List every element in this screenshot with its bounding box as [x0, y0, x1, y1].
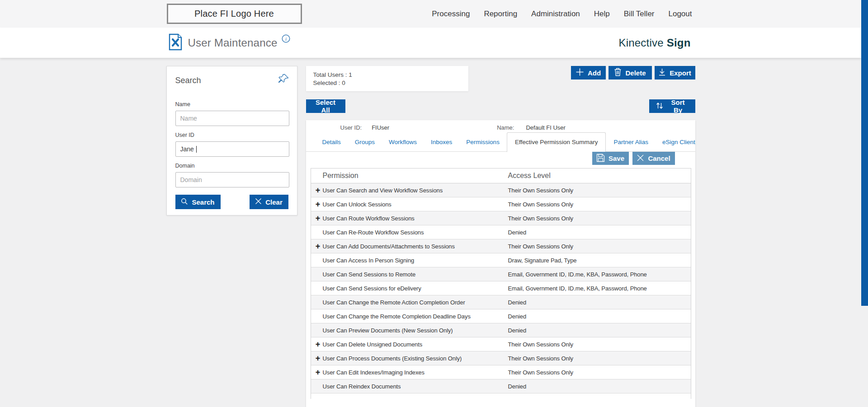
access-level-cell: Their Own Sessions Only	[508, 215, 691, 222]
cancel-button[interactable]: Cancel	[632, 152, 675, 165]
expand-plus-icon[interactable]: +	[311, 368, 323, 376]
top-bar: Place FI Logo Here ProcessingReportingAd…	[0, 0, 861, 28]
expand-plus-icon[interactable]: +	[311, 354, 323, 362]
access-level-cell: Their Own Sessions Only	[508, 243, 691, 250]
access-level-cell: Denied	[508, 229, 691, 236]
table-row: + User Can Unlock Sessions Their Own Ses…	[311, 197, 691, 211]
access-level-cell: Denied	[508, 383, 691, 390]
brand-primary: Kinective	[619, 37, 664, 49]
name-field-label: Name	[175, 101, 289, 108]
permission-cell: User Can Send Sessions to Remote	[323, 271, 508, 278]
nav-item-bill-teller[interactable]: Bill Teller	[624, 9, 655, 19]
sort-by-button[interactable]: Sort By	[649, 99, 695, 113]
tab-effective-permission-summary[interactable]: Effective Permission Summary	[507, 132, 606, 152]
tab-workflows[interactable]: Workflows	[389, 139, 417, 145]
permission-cell: User Can Search and View Workflow Sessio…	[323, 187, 508, 194]
tab-details[interactable]: Details	[322, 139, 341, 145]
fi-logo-placeholder: Place FI Logo Here	[167, 4, 302, 24]
permission-cell: User Can Re-Route Workflow Sessions	[323, 229, 508, 236]
permission-cell: User Can Send Sessions for eDelivery	[323, 285, 508, 292]
delete-user-button[interactable]: Delete	[609, 66, 652, 80]
access-level-cell: Denied	[508, 299, 691, 306]
domain-field-label: Domain	[175, 163, 289, 169]
nav-item-reporting[interactable]: Reporting	[484, 9, 517, 19]
domain-input[interactable]	[175, 172, 289, 187]
floppy-save-icon	[596, 154, 605, 164]
search-button[interactable]: Search	[175, 195, 221, 209]
access-level-cell: Email, Government ID, ID.me, KBA, Passwo…	[508, 271, 691, 278]
access-level-cell: Email, Government ID, ID.me, KBA, Passwo…	[508, 285, 691, 292]
close-icon	[255, 198, 262, 206]
permissions-table: Permission Access Level + User Can Searc…	[311, 168, 691, 399]
table-body: + User Can Search and View Workflow Sess…	[311, 183, 691, 393]
table-row: + User Can Edit Indexes/Imaging Indexes …	[311, 365, 691, 379]
permission-cell: User Can Process Documents (Existing Ses…	[323, 355, 508, 362]
column-header-permission: Permission	[323, 172, 508, 180]
expand-plus-icon[interactable]: +	[311, 242, 323, 250]
select-all-button[interactable]: Select All	[306, 99, 345, 113]
expand-plus-icon[interactable]: +	[311, 214, 323, 222]
pin-icon[interactable]	[277, 73, 290, 85]
table-row: User Can Change the Remote Action Comple…	[311, 295, 691, 309]
search-panel-title: Search	[175, 76, 289, 85]
user-id-input[interactable]	[175, 141, 289, 157]
svg-text:i: i	[285, 36, 287, 42]
app-window: Place FI Logo Here ProcessingReportingAd…	[0, 0, 861, 407]
clear-button[interactable]: Clear	[250, 195, 288, 209]
table-row: User Can Send Sessions to Remote Email, …	[311, 267, 691, 281]
user-id-value: FIUser	[372, 124, 389, 132]
table-row: User Can Change the Remote Completion De…	[311, 309, 691, 323]
nav-item-help[interactable]: Help	[594, 9, 610, 19]
name-input[interactable]	[175, 111, 289, 126]
nav-item-logout[interactable]: Logout	[669, 9, 692, 19]
text-cursor	[196, 146, 197, 153]
access-level-cell: Their Own Sessions Only	[508, 369, 691, 376]
fi-logo-text: Place FI Logo Here	[194, 9, 274, 19]
tab-groups[interactable]: Groups	[355, 139, 375, 145]
tab-esign-client[interactable]: eSign Client	[662, 139, 695, 145]
access-level-cell: Denied	[508, 327, 691, 334]
access-level-cell: Their Own Sessions Only	[508, 201, 691, 208]
brand-logo: Kinective Sign	[619, 28, 691, 58]
access-level-cell: Draw, Signature Pad, Type	[508, 257, 691, 264]
save-button[interactable]: Save	[592, 152, 629, 165]
tab-partner-alias[interactable]: Partner Alias	[613, 139, 648, 145]
total-users-count: Total Users : 1	[313, 71, 461, 78]
permission-cell: User Can Change the Remote Completion De…	[323, 313, 508, 320]
access-level-cell: Their Own Sessions Only	[508, 187, 691, 194]
trash-icon	[614, 68, 622, 78]
info-icon[interactable]: i	[282, 34, 290, 45]
user-meta-row: User ID: FIUser Name: Default FI User	[306, 120, 695, 132]
nav-item-processing[interactable]: Processing	[432, 9, 470, 19]
access-level-cell: Their Own Sessions Only	[508, 355, 691, 362]
table-row: + User Can Add Documents/Attachments to …	[311, 239, 691, 253]
permission-cell: User Can Change the Remote Action Comple…	[323, 299, 508, 306]
permission-cell: User Can Edit Indexes/Imaging Indexes	[323, 369, 508, 376]
permission-cell: User Can Preview Documents (New Session …	[323, 327, 508, 334]
expand-plus-icon[interactable]: +	[311, 340, 323, 348]
top-navigation: ProcessingReportingAdministrationHelpBil…	[432, 0, 692, 28]
tab-inboxes[interactable]: Inboxes	[431, 139, 452, 145]
export-button[interactable]: Export	[655, 66, 695, 80]
table-row: User Can Reindex Documents Denied	[311, 379, 691, 393]
table-row-partial	[311, 393, 691, 399]
table-row: User Can Access In Person Signing Draw, …	[311, 253, 691, 267]
add-user-button[interactable]: Add	[571, 66, 606, 80]
user-maintenance-icon	[169, 33, 182, 52]
table-row: User Can Re-Route Workflow Sessions Deni…	[311, 225, 691, 239]
table-row: + User Can Process Documents (Existing S…	[311, 351, 691, 365]
main-content: Total Users : 1 Selected : 0 Add	[306, 66, 695, 407]
permission-cell: User Can Access In Person Signing	[323, 257, 508, 264]
brand-secondary: Sign	[667, 37, 691, 49]
access-level-cell: Denied	[508, 313, 691, 320]
table-row: + User Can Search and View Workflow Sess…	[311, 183, 691, 197]
app-header: User Maintenance i Kinective Sign	[0, 28, 861, 58]
expand-plus-icon[interactable]: +	[311, 186, 323, 194]
expand-plus-icon[interactable]: +	[311, 200, 323, 208]
tab-permissions[interactable]: Permissions	[466, 139, 500, 145]
user-id-field-label: User ID	[175, 132, 289, 138]
scrollbar-thumb[interactable]	[861, 0, 868, 306]
table-row: + User Can Delete Unsigned Documents The…	[311, 337, 691, 351]
nav-item-administration[interactable]: Administration	[531, 9, 580, 19]
table-row: User Can Preview Documents (New Session …	[311, 323, 691, 337]
